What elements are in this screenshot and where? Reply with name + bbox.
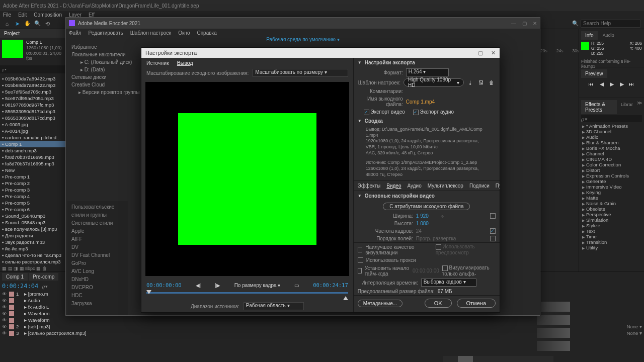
first-frame-icon[interactable]: ⏮ (588, 81, 595, 87)
ok-button[interactable]: OK (425, 299, 452, 308)
step-back-icon[interactable]: ◀| (196, 283, 201, 288)
arrow-icon[interactable]: ➤ (13, 20, 21, 28)
rotate-icon[interactable]: ⟲ (43, 20, 51, 28)
metadata-button[interactable]: Метаданные... (358, 300, 403, 307)
aspect-icon[interactable]: ▭ (294, 283, 299, 288)
project-item[interactable]: ▪ A-0003.jpg (0, 121, 65, 128)
range-scrubber[interactable] (146, 290, 348, 300)
effect-category[interactable]: Time (581, 234, 642, 239)
next-frame-icon[interactable]: ▶ (618, 81, 625, 87)
effect-category[interactable]: CINEMA 4D (581, 156, 642, 162)
effect-category[interactable]: Matte (581, 195, 642, 201)
step-fwd-icon[interactable]: |▶ (215, 283, 220, 288)
project-item[interactable]: ▪ все получилось [3].mp3 (0, 226, 65, 232)
effect-category[interactable]: Perspective (581, 212, 642, 217)
effect-category[interactable]: Utility (581, 245, 642, 250)
ame-menubar[interactable]: Файл Редактировать Шаблон настроек Окно … (66, 29, 540, 37)
output-preview[interactable] (145, 82, 349, 276)
effects-list[interactable]: * Animation Presets3D ChannelAudioBlur &… (581, 123, 642, 250)
ame-media-browser[interactable]: Избранное Локальные накопители ▸ C: (Лок… (67, 41, 128, 199)
ame-preset-browser[interactable]: Пользовательские стили и группыСистемные… (67, 201, 128, 315)
zoom-icon[interactable]: 🔍 (33, 20, 41, 28)
interp-select[interactable]: Выборка кадров ▾ (421, 279, 476, 287)
effect-category[interactable]: Blur & Sharpen (581, 140, 642, 145)
use-preview-checkbox[interactable] (436, 244, 441, 250)
tab-mux[interactable]: Мультиплексор (428, 183, 463, 189)
effect-category[interactable]: Text (581, 228, 642, 234)
order-match-checkbox[interactable] (490, 236, 496, 241)
preset-item[interactable]: Загрузка (71, 300, 124, 308)
width-value[interactable]: 1 920 (416, 213, 429, 219)
fav-node[interactable]: Избранное (71, 43, 124, 51)
effects-search[interactable] (581, 115, 642, 122)
more-icon[interactable]: ≫ (637, 100, 642, 114)
menu-file[interactable]: File (3, 12, 11, 18)
menu-effect[interactable]: Eff (89, 12, 95, 18)
project-item[interactable]: ▪ Pre-comp 4 (0, 193, 65, 200)
effect-category[interactable]: 3D Channel (581, 129, 642, 134)
project-item[interactable]: ▪ Для радости (0, 232, 65, 239)
project-item[interactable]: ▪ Sound_05848.mp3 (0, 213, 65, 219)
out-timecode[interactable]: 00:00:24:17 (313, 282, 348, 288)
preset-item[interactable]: DV (71, 243, 124, 251)
cc-node[interactable]: Creative Cloud (71, 81, 124, 88)
effect-category[interactable]: Transition (581, 239, 642, 245)
preset-item[interactable]: Пользовательские стили и группы (71, 203, 124, 219)
project-item[interactable]: ▪ Pre-comp 5 (0, 200, 65, 206)
tab-audio[interactable]: Аудио (408, 183, 422, 189)
drive-c[interactable]: ▸ C: (Локальный диск) (71, 58, 124, 66)
network-node[interactable]: Сетевые диски (71, 73, 124, 81)
effect-category[interactable]: Boris FX Mocha (581, 145, 642, 151)
project-item[interactable]: ▪ йе-йе.mp3 (0, 245, 65, 252)
team-node[interactable]: ▸ Версии проектов группы (71, 88, 124, 96)
timeline-timecode[interactable]: 0:00:24:04 (2, 283, 38, 290)
tl-search[interactable]: 𝜌▾ (42, 283, 48, 290)
project-item[interactable]: ▪ Звук радости.mp3 (0, 239, 65, 245)
preset-item[interactable]: AVC Long (71, 267, 124, 276)
project-item[interactable]: ▪ сильно расстроился.mp3 (0, 258, 65, 265)
project-item[interactable]: ▪ 081977850d967fc.mp3 (0, 102, 65, 108)
preview-tab[interactable]: Preview (581, 69, 607, 78)
project-item[interactable]: ▪ Pre-comp 3 (0, 187, 65, 193)
project-item[interactable]: ▪ 5ue7df95ad705c.mp3 (0, 88, 65, 95)
last-frame-icon[interactable]: ⏭ (628, 81, 635, 87)
dlg-maximize-icon[interactable]: ▢ (478, 50, 483, 56)
ame-menu-help[interactable]: Справка (197, 30, 216, 36)
effect-category[interactable]: Distort (581, 167, 642, 173)
preset-item[interactable]: GoPro (71, 259, 124, 267)
out-point-handle[interactable] (343, 296, 348, 300)
basic-video-header[interactable]: ▼ Основные настройки видео (354, 191, 500, 201)
delete-preset-icon[interactable]: 🗑 (488, 78, 496, 86)
preset-select[interactable]: High Quality 1080p HD ▾ (404, 78, 464, 86)
home-icon[interactable]: ⌂ (3, 20, 11, 28)
ame-menu-edit[interactable]: Редактировать (89, 30, 123, 36)
effects-tab[interactable]: Effects & Presets (581, 100, 617, 114)
menu-edit[interactable]: Edit (18, 12, 27, 18)
project-item[interactable]: ▪ deti-smeh.mp3 (0, 147, 65, 154)
ame-titlebar[interactable]: Adobe Media Encoder 2021 — ▢ ✕ (66, 18, 540, 29)
scale-select[interactable]: Масштабировать по размеру ▾ (253, 69, 348, 77)
project-item[interactable]: ▪ Pre-comp 1 (0, 173, 65, 180)
effect-category[interactable]: Expression Controls (581, 173, 642, 178)
effect-category[interactable]: Simulation (581, 217, 642, 223)
link-dims-icon[interactable]: ⟐ (441, 213, 444, 219)
project-item[interactable]: ▪ 856533050d817cd.mp3 (0, 108, 65, 115)
ame-menu-window[interactable]: Окно (178, 30, 190, 36)
effect-category[interactable]: Channel (581, 151, 642, 156)
close-icon[interactable]: ✕ (533, 21, 537, 26)
effect-category[interactable]: Obsolete (581, 206, 642, 212)
dialog-titlebar[interactable]: Настройки экспорта ▢ ✕ (141, 48, 500, 58)
export-video-checkbox[interactable] (364, 110, 369, 115)
in-point-handle[interactable] (146, 290, 151, 294)
project-item[interactable]: ▪ 856533050d817cd.mp3 (0, 115, 65, 121)
match-source-button[interactable]: С атрибутами исходного файла (383, 203, 470, 210)
preset-item[interactable]: DVCPRO (71, 284, 124, 292)
hand-icon[interactable]: ✋ (23, 20, 31, 28)
help-search[interactable] (581, 20, 641, 28)
field-order-value[interactable]: Прогр. развертка (416, 236, 456, 241)
effect-category[interactable]: * Animation Presets (581, 123, 642, 129)
effect-category[interactable]: Keying (581, 190, 642, 195)
ame-menu-preset[interactable]: Шаблон настроек (130, 30, 172, 36)
prev-frame-icon[interactable]: ◀ (598, 81, 605, 87)
project-item[interactable]: ▪ A-0014.jpg (0, 128, 65, 134)
